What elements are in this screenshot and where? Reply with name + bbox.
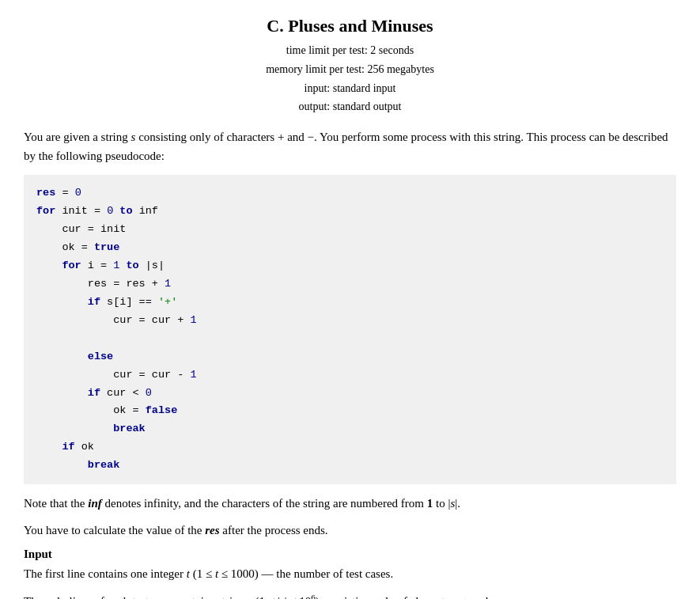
var-s: s (131, 131, 136, 143)
and-word: and (287, 131, 305, 143)
note-infinity: Note that the inf denotes infinity, and … (24, 494, 676, 513)
note-res: You have to calculate the value of the r… (24, 521, 676, 540)
output-type: output: standard output (24, 97, 676, 116)
input-line1: The first line contains one integer t (1… (24, 564, 676, 583)
input-section: Input The first line contains one intege… (24, 548, 676, 599)
input-type: input: standard input (24, 79, 676, 98)
var-s-note: s (450, 497, 455, 510)
var-s2: s (248, 595, 252, 599)
time-limit: time limit per test: 2 seconds (24, 41, 676, 60)
memory-limit: memory limit per test: 256 megabytes (24, 60, 676, 79)
inf-italic: inf (88, 497, 102, 510)
res-bold-italic: res (205, 524, 219, 536)
header: C. Pluses and Minuses time limit per tes… (24, 16, 676, 116)
num-1: 1 (427, 497, 433, 510)
input-title: Input (24, 548, 676, 561)
code-block: res = 0 for init = 0 to inf cur = init o… (24, 175, 676, 484)
problem-title: C. Pluses and Minuses (24, 16, 676, 36)
intro-paragraph: You are given a string s consisting only… (24, 127, 676, 165)
input-line2: The only lines of each test case contain… (24, 591, 676, 599)
var-t: t (187, 567, 190, 580)
